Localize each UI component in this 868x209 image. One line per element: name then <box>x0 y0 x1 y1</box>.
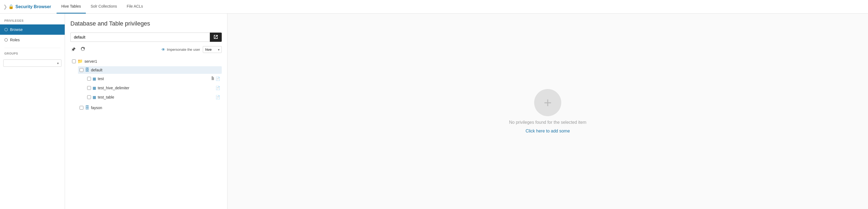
search-input[interactable] <box>70 32 210 42</box>
tree-node-fayson: 🗄 fayson <box>78 103 222 113</box>
default-db-icon: 🗄 <box>85 68 89 73</box>
impersonate-text: Impersonate the user <box>167 48 200 52</box>
panel-title: Database and Table privileges <box>70 20 222 27</box>
default-children: ▦ test 📄 <box>78 74 222 102</box>
sidebar-item-roles[interactable]: ⬡ Roles <box>0 35 65 45</box>
server1-folder-icon: 📁 <box>78 59 83 64</box>
add-privilege-circle[interactable]: + <box>534 89 561 116</box>
plus-icon: + <box>544 96 552 109</box>
sidebar-select-wrap <box>0 57 65 69</box>
tree-toolbar: 👁 Impersonate the user hive admin hdfs <box>70 46 222 53</box>
groups-select[interactable] <box>3 59 61 67</box>
tree-row-test[interactable]: ▦ test 📄 <box>86 75 222 82</box>
tree-node-test: ▦ test 📄 <box>86 74 222 83</box>
sidebar-select-container <box>3 59 61 67</box>
impersonate-label: 👁 Impersonate the user <box>161 47 200 52</box>
test-hive-action-icon[interactable]: 📄 <box>216 86 220 90</box>
tree-row-fayson[interactable]: 🗄 fayson <box>78 104 222 111</box>
pin-icon <box>71 47 76 51</box>
checkbox-fayson[interactable] <box>80 106 83 110</box>
main-layout: PRIVILEGES ⬡ Browse ⬡ Roles GROUPS Datab… <box>0 14 868 209</box>
tree-row-test-table[interactable]: ▦ test_table 📄 <box>86 94 222 101</box>
browse-icon: ⬡ <box>4 27 8 32</box>
test-table-label: test_table <box>98 95 214 99</box>
tree-node-default: 🗄 default ▦ test <box>78 65 222 103</box>
sidebar-item-browse[interactable]: ⬡ Browse <box>0 24 65 35</box>
test-table-action-icon[interactable]: 📄 <box>216 95 220 99</box>
test-label: test <box>98 77 209 81</box>
checkbox-test[interactable] <box>87 77 91 81</box>
pin-button[interactable] <box>70 46 77 53</box>
groups-label: GROUPS <box>0 51 65 57</box>
test-table-table-icon: ▦ <box>93 95 96 99</box>
nav-tabs: Hive Tables Solr Collections File ACLs <box>57 0 148 13</box>
lock-icon: 🔒 <box>8 4 14 9</box>
right-panel: + No privileges found for the selected i… <box>227 14 868 209</box>
privileges-label: PRIVILEGES <box>0 18 65 24</box>
nav-brand: 🔒 Security Browser <box>8 4 51 9</box>
fayson-label: fayson <box>91 106 220 110</box>
refresh-icon <box>81 47 85 51</box>
checkbox-test-hive-delimiter[interactable] <box>87 86 91 90</box>
nav-arrow: ❯ <box>3 4 7 10</box>
search-button[interactable] <box>210 32 222 42</box>
user-select[interactable]: hive admin hdfs <box>203 46 222 53</box>
sidebar: PRIVILEGES ⬡ Browse ⬡ Roles GROUPS <box>0 14 65 209</box>
tree-node-server1: 📁 server1 🗄 default <box>70 56 222 114</box>
tree-node-test-table: ▦ test_table 📄 <box>86 93 222 102</box>
doc-icon <box>211 76 214 80</box>
brand-label: Security Browser <box>16 4 51 9</box>
eye-icon: 👁 <box>161 47 165 52</box>
test-action-icon[interactable]: 📄 <box>211 76 220 81</box>
tree-row-test-hive-delimiter[interactable]: ▦ test_hive_delimiter 📄 <box>86 84 222 92</box>
test-hive-delimiter-label: test_hive_delimiter <box>98 86 214 90</box>
tree-node-test-hive-delimiter: ▦ test_hive_delimiter 📄 <box>86 83 222 93</box>
fayson-db-icon: 🗄 <box>85 105 89 110</box>
top-nav: ❯ 🔒 Security Browser Hive Tables Solr Co… <box>0 0 868 14</box>
checkbox-test-table[interactable] <box>87 95 91 99</box>
checkbox-server1[interactable] <box>72 59 76 63</box>
search-bar <box>70 32 222 42</box>
sidebar-roles-label: Roles <box>10 38 20 42</box>
server1-label: server1 <box>85 59 220 63</box>
user-select-wrap: hive admin hdfs <box>203 46 222 53</box>
roles-icon: ⬡ <box>4 37 8 42</box>
checkbox-default[interactable] <box>80 68 83 72</box>
no-privileges-text: No privileges found for the selected ite… <box>509 120 586 125</box>
test-table-icon: ▦ <box>93 77 96 81</box>
default-label: default <box>91 68 220 72</box>
external-link-icon <box>214 35 218 39</box>
tab-file-acls[interactable]: File ACLs <box>122 0 148 14</box>
content-area: Database and Table privileges <box>65 14 868 209</box>
test-hive-table-icon: ▦ <box>93 86 96 90</box>
tree-row-server1[interactable]: 📁 server1 <box>70 57 222 65</box>
server1-children: 🗄 default ▦ test <box>70 65 222 113</box>
sidebar-browse-label: Browse <box>10 27 23 32</box>
tree-row-default[interactable]: 🗄 default <box>78 66 222 74</box>
refresh-button[interactable] <box>80 46 86 53</box>
tree-panel: Database and Table privileges <box>65 14 227 209</box>
sidebar-divider <box>4 48 60 48</box>
tab-solr-collections[interactable]: Solr Collections <box>86 0 122 14</box>
click-here-link[interactable]: Click here to add some <box>526 129 570 134</box>
tab-hive-tables[interactable]: Hive Tables <box>57 0 86 14</box>
